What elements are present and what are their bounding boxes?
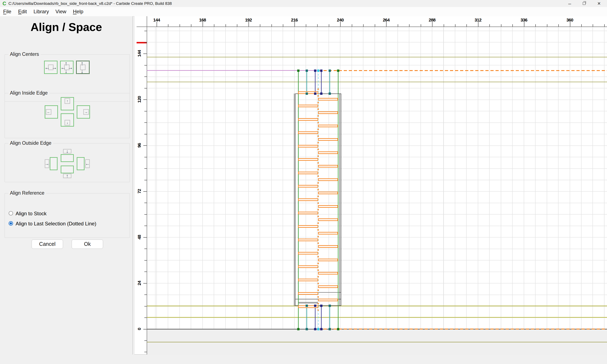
finger-slot-right[interactable] (318, 125, 338, 127)
top-ruler-minor-tick (375, 24, 375, 26)
align-inside-bottom-button[interactable]: ↓ (61, 113, 74, 127)
finger-slot-right[interactable] (318, 165, 338, 168)
top-ruler-minor-tick (191, 24, 191, 26)
design-canvas[interactable]: 1441681922162402642883123363600244872961… (134, 16, 607, 354)
vector-line-navy[interactable] (315, 70, 316, 93)
arrow-right-box-icon: → (83, 109, 89, 115)
finger-slot-right[interactable] (318, 232, 338, 234)
outline-vertical-black[interactable] (294, 93, 294, 306)
finger-slot-right[interactable] (318, 245, 338, 248)
left-ruler-major-tick (143, 53, 147, 54)
vector-line-navy[interactable] (321, 306, 322, 329)
finger-slot-left[interactable] (298, 252, 318, 254)
menu-item-edit[interactable]: Edit (18, 7, 27, 16)
finger-slot-right[interactable] (318, 205, 338, 208)
finger-slot-left[interactable] (298, 212, 318, 214)
finger-slot-right[interactable] (318, 138, 338, 141)
finger-slot-left[interactable] (298, 118, 318, 121)
left-ruler-major-tick (143, 191, 147, 192)
finger-slot-right[interactable] (318, 286, 338, 288)
vector-line-teal[interactable] (306, 306, 307, 329)
left-ruler-major-tick (143, 283, 147, 284)
endpoint-marker (314, 69, 316, 72)
finger-slot-right[interactable] (318, 192, 338, 194)
menu-item-file[interactable]: File (3, 7, 11, 16)
finger-slot-left[interactable] (298, 292, 318, 295)
endpoint-marker (317, 69, 319, 72)
align-center-both-button[interactable]: ← → ↑ ↓ (60, 61, 74, 74)
finger-slot-left[interactable] (298, 145, 318, 147)
top-ruler-major-tick (478, 22, 478, 26)
vector-line-teal[interactable] (306, 70, 307, 93)
vector-line-navy[interactable] (321, 70, 322, 93)
align-inside-left-button[interactable]: ← (45, 105, 58, 119)
left-ruler-major-tick (143, 145, 147, 146)
align-inside-top-button[interactable]: ↑ (61, 97, 74, 110)
align-outside-top-button[interactable] (61, 154, 74, 162)
group-align-reference: Align Reference Align to Stock Align to … (5, 193, 130, 238)
align-center-horizontal-button[interactable]: ← → (44, 61, 58, 74)
finger-slot-right[interactable] (318, 98, 338, 101)
finger-slot-right[interactable] (318, 219, 338, 221)
top-ruler-minor-tick (363, 24, 364, 26)
top-ruler-minor-tick (306, 24, 306, 26)
finger-slot-right[interactable] (318, 299, 338, 301)
arrow-down-box-icon: ↓ (63, 149, 71, 154)
top-ruler-minor-tick (283, 24, 283, 26)
arrow-down-icon: ↓ (81, 68, 83, 74)
finger-slot-right[interactable] (318, 111, 338, 114)
left-ruler-minor-tick (144, 31, 147, 31)
menu-item-help[interactable]: Help (73, 7, 83, 16)
top-ruler-minor-tick (593, 24, 593, 26)
finger-slot-left[interactable] (298, 185, 318, 187)
left-ruler-minor-tick (144, 180, 147, 180)
align-inside-right-button[interactable]: → (77, 105, 90, 119)
vector-line-navy[interactable] (315, 306, 316, 329)
finger-slot-right[interactable] (318, 151, 338, 154)
vector-line-teal[interactable] (330, 70, 330, 93)
top-ruler-major-tick (386, 22, 386, 26)
finger-slot-left[interactable] (298, 158, 318, 161)
align-outside-bottom-button[interactable] (61, 166, 74, 173)
vector-line-teal[interactable] (330, 306, 330, 329)
endpoint-marker (317, 328, 319, 330)
left-ruler-minor-tick (144, 42, 147, 42)
radio-align-to-last-selection[interactable] (9, 221, 13, 226)
left-ruler-minor-tick (144, 168, 147, 169)
align-outside-right-button[interactable] (77, 157, 84, 170)
endpoint-marker (306, 328, 308, 330)
finger-slot-right[interactable] (318, 259, 338, 261)
cancel-button[interactable]: Cancel (32, 239, 63, 249)
group-align-inside-edge-label: Align Inside Edge (8, 90, 49, 96)
align-center-vertical-button[interactable]: ↑ ↓ (76, 61, 90, 74)
top-ruler-minor-tick (168, 24, 168, 26)
arrow-right-icon: → (68, 65, 73, 70)
restore-button[interactable] (577, 0, 591, 7)
finger-slot-left[interactable] (298, 172, 318, 174)
radio-align-to-stock[interactable] (9, 211, 13, 216)
canvas-grid (147, 27, 607, 329)
left-ruler-minor-tick (144, 306, 147, 307)
close-button[interactable]: × (592, 0, 606, 7)
finger-slot-right[interactable] (318, 178, 338, 181)
top-ruler-major-tick (294, 22, 295, 26)
finger-slot-left[interactable] (298, 279, 318, 281)
top-ruler-minor-tick (581, 24, 582, 26)
endpoint-marker (306, 69, 308, 72)
ok-button[interactable]: Ok (72, 239, 103, 249)
finger-slot-left[interactable] (298, 105, 318, 107)
selection-dashed-line-axis (318, 329, 607, 329)
finger-slot-left[interactable] (298, 225, 318, 228)
menu-item-view[interactable]: View (55, 7, 66, 16)
finger-slot-left[interactable] (298, 198, 318, 201)
finger-slot-left[interactable] (298, 265, 318, 268)
finger-slot-left[interactable] (298, 239, 318, 241)
menu-item-library[interactable]: Library (34, 7, 49, 16)
left-ruler-minor-tick (144, 214, 147, 215)
align-outside-left-button[interactable] (50, 157, 58, 170)
minimize-button[interactable]: – (563, 0, 577, 7)
window-title: C:/Users/willa/Downloads/rb_box_side_fro… (8, 0, 172, 7)
finger-slot-right[interactable] (318, 272, 338, 274)
guide-line-olive (147, 57, 607, 57)
finger-slot-left[interactable] (298, 131, 318, 134)
